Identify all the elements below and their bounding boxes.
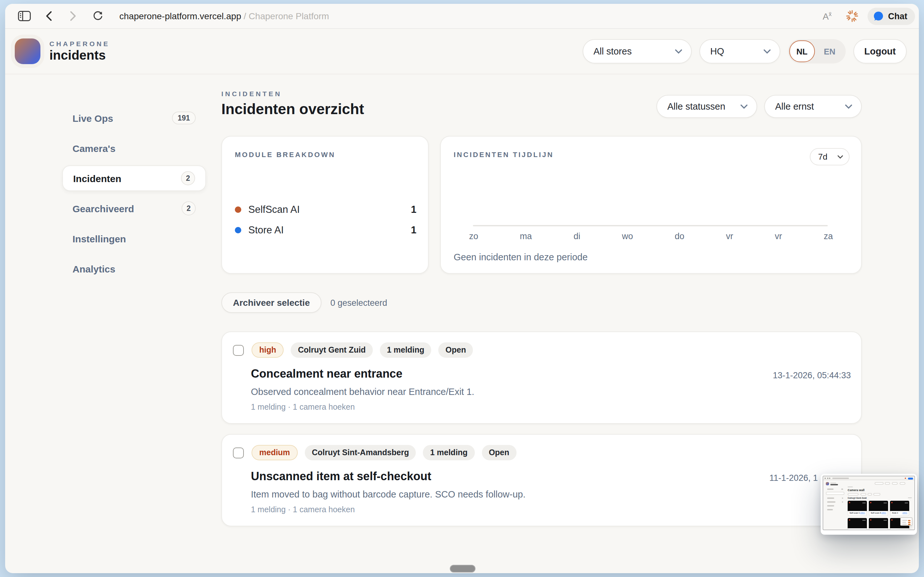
- selection-count: 0 geselecteerd: [330, 298, 387, 308]
- logout-button[interactable]: Logout: [853, 39, 907, 63]
- page-heading: INCIDENTEN Incidenten overzicht: [221, 90, 364, 118]
- sidebar-item-live-ops[interactable]: Live Ops 191: [62, 105, 206, 131]
- incident-description: Observed concealment behavior near Entra…: [251, 387, 851, 397]
- pip-camera-tile: Self-scan 2online: [869, 501, 888, 516]
- count-badge: 2: [181, 171, 195, 185]
- pip-camera-tile: Aisle 1online: [890, 501, 909, 516]
- sidebar-item-incidenten[interactable]: Incidenten 2: [62, 165, 206, 191]
- count-badge: 191: [172, 111, 196, 124]
- incident-title: Unscanned item at self-checkout: [251, 470, 851, 484]
- incident-description: Item moved to bag without barcode captur…: [251, 489, 851, 500]
- thumbnail-dot: [905, 478, 906, 479]
- chevron-down-icon: [845, 104, 852, 109]
- module-row-selfscan: SelfScan AI 1: [235, 199, 417, 220]
- count-badge: 2: [182, 201, 196, 215]
- module-breakdown-title: MODULE BREAKDOWN: [235, 151, 417, 158]
- reload-icon[interactable]: [91, 10, 104, 22]
- timeline-range-select[interactable]: 7d: [810, 148, 850, 165]
- sidebar-toggle-icon[interactable]: [18, 10, 31, 22]
- severity-filter-select[interactable]: Alle ernst: [764, 95, 862, 118]
- module-row-store: Store AI 1: [235, 220, 417, 240]
- thumbnail-logo: [826, 482, 829, 485]
- incident-meta: 1 melding · 1 camera hoeken: [251, 403, 851, 412]
- thumbnail-store-label: Colruyt Gent Zuid: [848, 497, 867, 500]
- store-badge: Colruyt Gent Zuid: [291, 342, 373, 358]
- brand-eyebrow: CHAPERONE: [49, 40, 110, 47]
- archive-selection-button[interactable]: Archiveer selectie: [221, 292, 321, 313]
- incident-card[interactable]: high Colruyt Gent Zuid 1 melding Open Co…: [221, 332, 862, 424]
- chat-icon: [873, 11, 884, 21]
- incident-timestamp: 13-1-2026, 05:44:33: [773, 371, 851, 380]
- status-badge: Open: [481, 445, 516, 460]
- incident-meta: 1 melding · 1 camera hoeken: [251, 505, 851, 514]
- status-badge: Open: [439, 342, 473, 358]
- back-icon[interactable]: [42, 10, 55, 22]
- sidebar-nav: Live Ops 191 Camera's Incidenten 2 Gearc…: [62, 105, 206, 286]
- timeline-card: INCIDENTEN TIJDLIJN 7d zo ma di wo do: [440, 136, 862, 274]
- incident-checkbox[interactable]: [233, 447, 244, 458]
- brand: CHAPERONE incidents: [49, 40, 110, 63]
- pip-camera-tile: Aisle 3online: [869, 518, 888, 530]
- url-field[interactable]: chaperone-platform.vercel.app / Chaperon…: [120, 11, 329, 21]
- sidebar-item-gearchiveerd[interactable]: Gearchiveerd 2: [62, 195, 206, 221]
- incident-checkbox[interactable]: [233, 345, 244, 356]
- url-page-title: / Chaperone Platform: [241, 11, 329, 21]
- url-domain: chaperone-platform.vercel.app: [120, 11, 241, 21]
- lang-en-button[interactable]: EN: [815, 47, 845, 56]
- thumbnail-chat-pill: [908, 477, 913, 479]
- page-eyebrow: INCIDENTEN: [221, 90, 364, 97]
- severity-badge: high: [252, 342, 284, 358]
- app-header: CHAPERONE incidents All stores HQ NL EN …: [5, 29, 919, 74]
- store-dot: [235, 227, 241, 234]
- timeline-axis-labels: zo ma di wo do vr vr za: [469, 231, 833, 241]
- thumbnail-browser-bar: [823, 476, 914, 480]
- chat-button[interactable]: Chat: [867, 7, 915, 25]
- translate-icon[interactable]: Ax̄: [822, 11, 832, 21]
- pip-camera-tile: Self-scan 1online: [848, 501, 867, 516]
- melding-badge: 1 melding: [380, 342, 431, 358]
- org-filter-select[interactable]: HQ: [699, 39, 780, 63]
- pip-camera-tile: Aisle 2online: [848, 518, 867, 530]
- severity-badge: medium: [252, 445, 298, 460]
- thumbnail-filter-pill: [848, 493, 859, 496]
- thumbnail-filter-pill: [867, 493, 872, 496]
- module-breakdown-card: MODULE BREAKDOWN SelfScan AI 1 Store AI …: [221, 136, 429, 274]
- thumbnail-filter-pill: [861, 493, 866, 496]
- app-logo: [15, 39, 40, 64]
- thumbnail-filter-pill: [873, 493, 880, 496]
- incident-card[interactable]: medium Colruyt Sint-Amandsberg 1 melding…: [221, 434, 862, 526]
- thumbnail-active-nav: [826, 492, 845, 495]
- sidebar-item-analytics[interactable]: Analytics: [62, 256, 206, 282]
- spark-icon[interactable]: [846, 10, 859, 23]
- chat-label: Chat: [888, 11, 907, 21]
- melding-badge: 1 melding: [423, 445, 475, 460]
- thumbnail-pill: [875, 482, 884, 485]
- screenshot-thumbnail[interactable]: Camera wall Colruyt Gent Zuid Self-scan …: [821, 474, 917, 535]
- selfscan-dot: [235, 206, 241, 213]
- chevron-down-icon: [675, 49, 682, 53]
- thumbnail-pill: [885, 482, 890, 485]
- forward-icon[interactable]: [67, 10, 79, 22]
- browser-window: chaperone-platform.vercel.app / Chaperon…: [5, 4, 919, 573]
- thumbnail-screen: Camera wall Colruyt Gent Zuid Self-scan …: [822, 476, 915, 530]
- thumbnail-pill: [900, 482, 905, 485]
- lang-nl-button[interactable]: NL: [789, 40, 815, 62]
- page-title: Incidenten overzicht: [221, 101, 364, 118]
- sidebar-item-cameras[interactable]: Camera's: [62, 135, 206, 161]
- nested-pip-thumbnail: [900, 517, 913, 526]
- brand-title: incidents: [49, 48, 110, 63]
- chevron-down-icon: [740, 104, 748, 109]
- desktop: chaperone-platform.vercel.app / Chaperon…: [0, 0, 924, 577]
- sidebar-item-instellingen[interactable]: Instellingen: [62, 226, 206, 251]
- status-filter-select[interactable]: Alle statussen: [656, 95, 757, 118]
- language-toggle: NL EN: [788, 39, 846, 63]
- timeline-empty-message: Geen incidenten in deze periode: [454, 252, 588, 262]
- window-drag-handle[interactable]: [450, 565, 475, 572]
- store-filter-select[interactable]: All stores: [583, 39, 692, 63]
- incident-timestamp: 11-1-2026, 1: [769, 473, 818, 483]
- incident-title: Concealment near entrance: [251, 367, 851, 381]
- browser-toolbar: chaperone-platform.vercel.app / Chaperon…: [5, 4, 919, 29]
- chevron-down-icon: [837, 155, 843, 159]
- chevron-down-icon: [764, 49, 771, 53]
- store-badge: Colruyt Sint-Amandsberg: [305, 445, 416, 460]
